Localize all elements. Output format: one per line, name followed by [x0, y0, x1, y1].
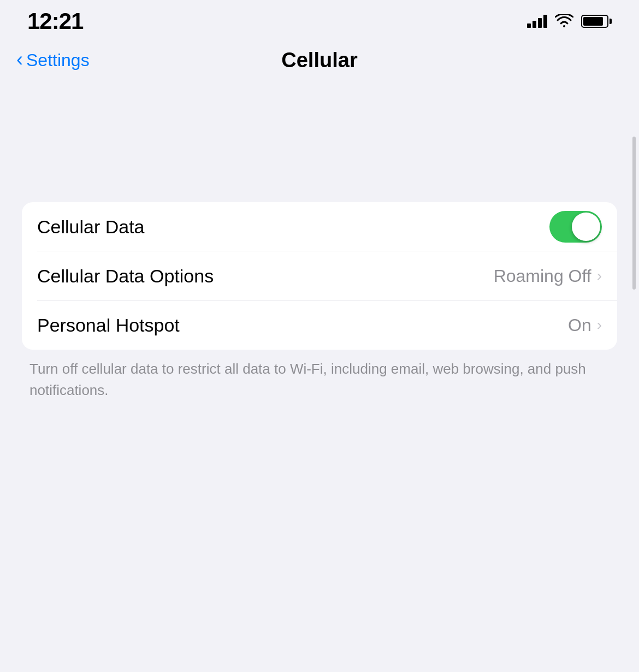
cellular-data-options-value: Roaming Off — [494, 266, 591, 286]
cellular-data-options-label: Cellular Data Options — [37, 266, 214, 287]
cellular-data-label: Cellular Data — [37, 216, 145, 238]
chevron-right-icon: › — [597, 267, 602, 285]
cellular-data-row[interactable]: Cellular Data — [22, 202, 617, 251]
personal-hotspot-right: On › — [568, 315, 602, 335]
signal-icon — [527, 15, 547, 28]
nav-header: ‹ Settings Cellular — [0, 38, 639, 82]
settings-footnote: Turn off cellular data to restrict all d… — [22, 358, 617, 401]
back-chevron-icon: ‹ — [16, 50, 23, 69]
settings-group: Cellular Data Cellular Data Options Roam… — [22, 202, 617, 350]
cellular-data-toggle[interactable] — [549, 211, 602, 243]
footnote-text: Turn off cellular data to restrict all d… — [29, 361, 586, 398]
personal-hotspot-row[interactable]: Personal Hotspot On › — [22, 300, 617, 350]
status-bar: 12:21 — [0, 0, 639, 38]
personal-hotspot-value: On — [568, 315, 591, 335]
scrollbar[interactable] — [632, 137, 636, 290]
back-button[interactable]: ‹ Settings — [16, 50, 90, 70]
page-title: Cellular — [281, 49, 357, 72]
toggle-knob — [572, 213, 600, 241]
cellular-data-options-row[interactable]: Cellular Data Options Roaming Off › — [22, 251, 617, 300]
battery-icon — [581, 15, 612, 28]
wifi-icon — [555, 14, 573, 28]
back-label: Settings — [26, 50, 90, 70]
status-icons — [527, 14, 612, 28]
status-time: 12:21 — [27, 8, 83, 34]
main-content: Cellular Data Cellular Data Options Roam… — [0, 202, 639, 401]
cellular-data-options-right: Roaming Off › — [494, 266, 602, 286]
personal-hotspot-chevron-icon: › — [597, 316, 602, 334]
personal-hotspot-label: Personal Hotspot — [37, 315, 180, 336]
